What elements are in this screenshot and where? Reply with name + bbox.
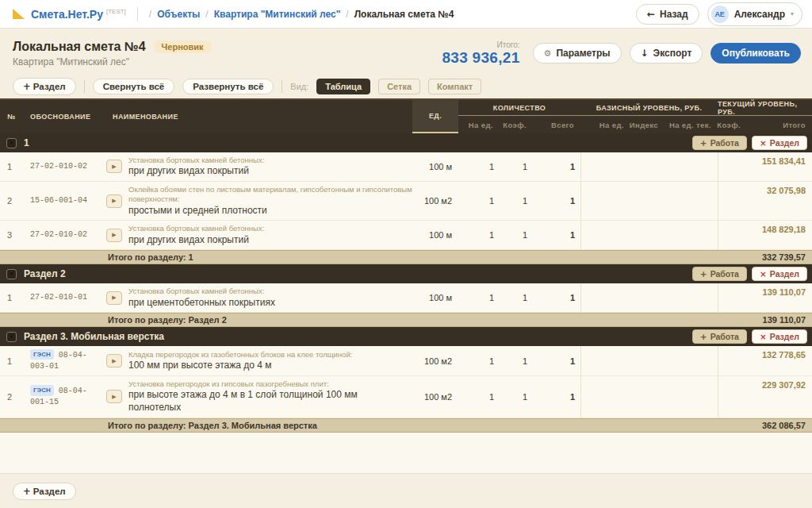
subtotal-label: Итого по разделу: Раздел 2: [102, 315, 580, 325]
row-qty-total: 1: [533, 196, 580, 206]
row-qty-total: 1: [533, 230, 580, 240]
expand-row-icon[interactable]: ▶: [106, 354, 122, 368]
row-qty-per-unit: 1: [458, 230, 500, 240]
row-description: при других видах покрытий: [128, 165, 264, 178]
row-qty-per-unit: 1: [458, 293, 500, 302]
expand-all-button[interactable]: Развернуть всё: [182, 79, 274, 94]
col-header-base-per-unit: На ед.: [580, 116, 630, 133]
add-work-button[interactable]: +Работа: [692, 136, 747, 150]
total-value: 833 936,21: [442, 49, 519, 67]
row-description: при высоте этажа до 4 м в 1 слой толщино…: [128, 389, 412, 414]
delete-section-button[interactable]: ×Раздел: [752, 136, 807, 150]
estimate-row: 3 27-02-010-02 ▶ Установка бортовых камн…: [0, 221, 812, 250]
toolbar: + Раздел Свернуть всё Развернуть всё Вид…: [0, 75, 812, 98]
row-qty-coef: 1: [500, 162, 533, 171]
row-description: простыми и средней плотности: [128, 205, 412, 217]
export-button[interactable]: ↓ Экспорт: [630, 43, 703, 64]
back-button[interactable]: ← Назад: [636, 4, 699, 25]
section-checkbox[interactable]: ▾: [6, 269, 17, 279]
row-qty-coef: 1: [500, 356, 533, 366]
expand-row-icon[interactable]: ▶: [106, 160, 122, 173]
delete-section-button[interactable]: ×Раздел: [752, 267, 807, 281]
row-number: 2: [0, 196, 24, 206]
plus-icon: +: [700, 269, 707, 279]
total-label: Итого:: [442, 40, 519, 49]
add-section-button-bottom[interactable]: + Раздел: [13, 483, 76, 500]
row-qty-coef: 1: [500, 392, 533, 402]
row-description: 100 мм при высоте этажа до 4 м: [128, 360, 352, 372]
back-arrow-icon: ←: [647, 9, 655, 20]
row-code: 27-02-010-02: [24, 161, 102, 172]
estimate-total: Итого: 833 936,21: [442, 40, 519, 67]
row-qty-per-unit: 1: [458, 196, 500, 206]
status-badge: Черновик: [154, 40, 212, 53]
add-work-button[interactable]: +Работа: [692, 329, 747, 344]
footer: + Раздел: [0, 473, 812, 508]
row-qty-per-unit: 1: [458, 162, 500, 171]
plus-icon: +: [700, 138, 707, 148]
col-header-per-unit-current: На ед. тек.: [665, 116, 718, 133]
view-grid-toggle[interactable]: Сетка: [378, 79, 420, 94]
export-button-label: Экспорт: [653, 48, 692, 59]
logo-icon: [13, 9, 25, 19]
add-section-button[interactable]: + Раздел: [13, 78, 76, 95]
add-work-button[interactable]: +Работа: [692, 267, 747, 281]
row-qty-coef: 1: [500, 230, 533, 240]
view-table-toggle[interactable]: Таблица: [316, 79, 370, 94]
parameters-button-label: Параметры: [556, 48, 610, 59]
page-subtitle: Квартира "Митинский лес": [13, 56, 212, 67]
row-unit: 100 м2: [412, 196, 458, 206]
estimate-row: 2 15-06-001-04 ▶ Оклейка обоями стен по …: [0, 182, 812, 221]
section-subtotal: Итого по разделу: Раздел 3. Мобильная ве…: [0, 418, 812, 433]
row-number: 2: [0, 392, 24, 402]
subtotal-value: 139 110,07: [580, 315, 812, 325]
row-total: 132 778,65: [747, 349, 812, 360]
breadcrumb-current: Локальная смета №4: [354, 9, 454, 20]
row-total: 139 110,07: [747, 287, 812, 297]
expand-row-icon[interactable]: ▶: [106, 194, 122, 208]
add-work-label: Работа: [710, 269, 739, 279]
plus-icon: +: [23, 486, 31, 497]
col-header-unit: ЕД.: [412, 100, 458, 133]
expand-row-icon[interactable]: ▶: [106, 291, 122, 305]
row-qty-coef: 1: [500, 196, 533, 206]
section-title: Раздел 2: [24, 268, 66, 279]
expand-row-icon[interactable]: ▶: [106, 229, 122, 242]
col-header-current-total: Итого: [747, 116, 812, 133]
row-total: 32 075,98: [747, 185, 812, 195]
row-qty-total: 1: [533, 293, 580, 302]
section-3: ▾ Раздел 3. Мобильная верстка +Работа ×Р…: [0, 327, 812, 433]
subtotal-label: Итого по разделу: 1: [102, 252, 580, 262]
section-checkbox[interactable]: ▾: [6, 138, 17, 148]
subtotal-value: 332 739,57: [580, 252, 812, 262]
breadcrumb-separator: /: [149, 9, 151, 20]
expand-row-icon[interactable]: ▶: [106, 390, 122, 403]
app-logo-text[interactable]: Смета.Нет.Ру: [31, 8, 103, 21]
subtotal-value: 362 086,57: [580, 421, 812, 430]
row-code: ГЭСН 08-04-001-15: [24, 385, 102, 408]
row-code: 15-06-001-04: [24, 195, 102, 206]
view-compact-toggle[interactable]: Компакт: [428, 79, 481, 94]
col-header-num: №: [0, 100, 24, 133]
publish-button[interactable]: Опубликовать: [710, 43, 801, 64]
breadcrumb-objects[interactable]: Объекты: [157, 9, 200, 20]
subtotal-label: Итого по разделу: Раздел 3. Мобильная ве…: [102, 421, 580, 430]
user-menu[interactable]: АЕ Александр ▾: [707, 2, 802, 26]
col-group-current-level: ТЕКУЩИЙ УРОВЕНЬ, РУБ.: [718, 100, 812, 116]
toolbar-divider: [84, 80, 85, 93]
breadcrumb-object[interactable]: Квартира "Митинский лес": [214, 9, 341, 20]
chevron-down-icon: ▾: [791, 10, 794, 17]
delete-section-button[interactable]: ×Раздел: [752, 329, 807, 344]
topbar-divider: [137, 7, 138, 21]
download-icon: ↓: [641, 48, 649, 59]
estimate-table: № ОБОСНОВАНИЕ НАИМЕНОВАНИЕ ЕД. КОЛИЧЕСТВ…: [0, 98, 812, 473]
col-header-index: Индекс: [630, 116, 665, 133]
add-section-label: Раздел: [33, 82, 66, 91]
row-code: 27-02-010-02: [24, 229, 102, 241]
section-checkbox[interactable]: ▾: [6, 332, 17, 342]
row-code: ГЭСН 08-04-003-01: [24, 349, 102, 372]
avatar: АЕ: [711, 6, 729, 23]
parameters-button[interactable]: ⚙ Параметры: [533, 43, 622, 64]
collapse-all-button[interactable]: Свернуть всё: [93, 79, 175, 94]
row-total: 148 829,18: [747, 224, 812, 234]
